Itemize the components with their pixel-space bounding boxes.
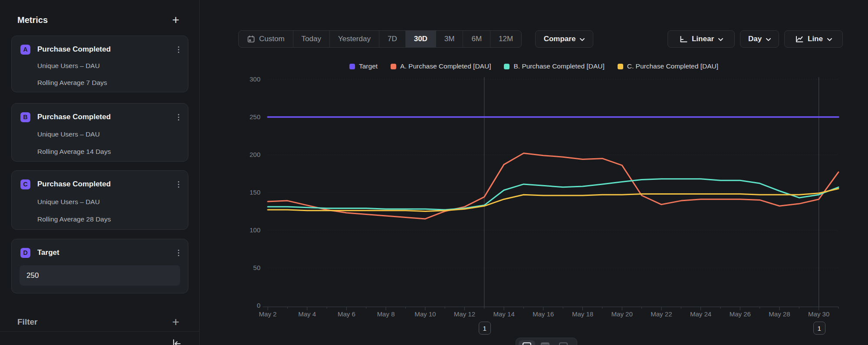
line-chart[interactable]: 050100150200250300May 2May 4May 6May 8Ma…: [0, 0, 868, 345]
x-axis-tick-label: May 12: [454, 310, 475, 318]
x-axis-tick-label: May 22: [651, 310, 672, 318]
x-axis-tick-label: May 10: [414, 310, 436, 318]
y-axis-tick-label: 50: [253, 264, 260, 271]
x-axis-tick-label: May 4: [298, 310, 316, 318]
x-axis-tick-label: May 16: [533, 310, 554, 318]
y-axis-tick-label: 100: [250, 226, 260, 234]
x-axis-tick-label: May 2: [259, 310, 277, 318]
annotation-badge[interactable]: 1: [479, 322, 491, 335]
x-axis-tick-label: May 14: [493, 310, 515, 318]
x-axis-tick-label: May 8: [377, 310, 395, 318]
annotation-badge[interactable]: 1: [813, 322, 825, 335]
y-axis-tick-label: 300: [250, 75, 260, 83]
x-axis-tick-label: May 6: [338, 310, 355, 318]
y-axis-tick-label: 250: [250, 113, 260, 120]
y-axis-tick-label: 200: [250, 151, 260, 158]
metrics-dashboard: Metrics + A Purchase Completed Unique Us…: [0, 0, 868, 345]
y-axis-tick-label: 150: [250, 189, 260, 196]
x-axis-tick-label: May 18: [572, 310, 593, 318]
x-axis-tick-label: May 28: [769, 310, 790, 318]
x-axis-tick-label: May 26: [730, 310, 751, 318]
x-axis-tick-label: May 24: [690, 310, 711, 318]
x-axis-tick-label: May 20: [612, 310, 633, 318]
y-axis-tick-label: 0: [257, 302, 260, 309]
x-axis-tick-label: May 30: [808, 310, 829, 318]
